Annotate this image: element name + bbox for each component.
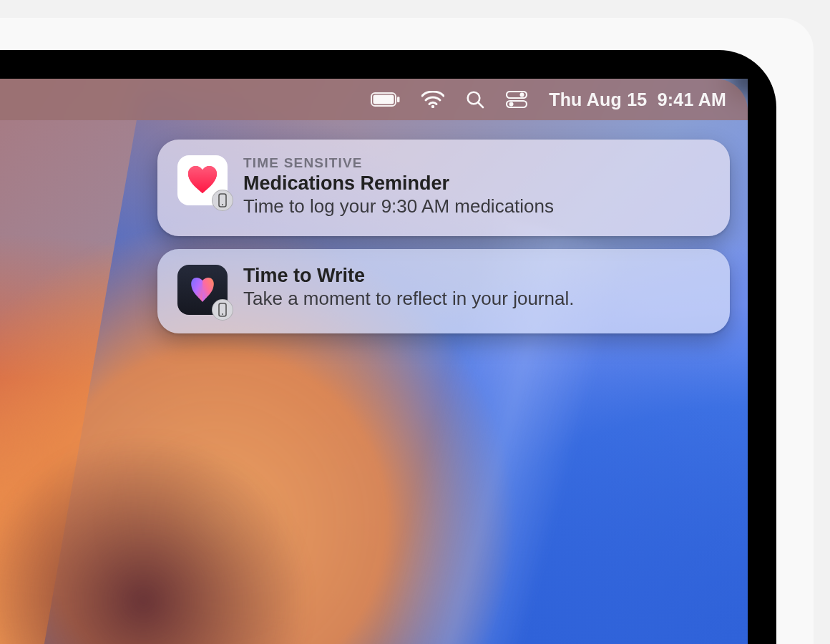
- search-icon[interactable]: [466, 90, 484, 109]
- menubar-clock[interactable]: Thu Aug 15 9:41 AM: [549, 89, 726, 110]
- control-center-icon[interactable]: [506, 91, 527, 108]
- notification-title: Medications Reminder: [243, 172, 710, 195]
- svg-rect-2: [397, 97, 400, 102]
- iphone-badge-icon: [212, 190, 233, 211]
- svg-point-9: [509, 102, 514, 107]
- svg-point-13: [222, 313, 223, 315]
- notification-stack: TIME SENSITIVE Medications Reminder Time…: [157, 140, 730, 333]
- notification-title: Time to Write: [243, 265, 710, 287]
- svg-point-11: [222, 204, 223, 205]
- notification-body: Take a moment to reflect in your journal…: [243, 288, 710, 310]
- svg-rect-1: [374, 95, 394, 104]
- svg-line-5: [479, 103, 484, 108]
- iphone-badge-icon: [212, 299, 233, 321]
- wifi-icon[interactable]: [421, 91, 444, 108]
- notification-body: Time to log your 9:30 AM medications: [243, 195, 710, 218]
- menubar: Thu Aug 15 9:41 AM: [0, 79, 748, 120]
- battery-icon[interactable]: [371, 92, 400, 107]
- notification-tag: TIME SENSITIVE: [243, 155, 710, 171]
- notification-medications[interactable]: TIME SENSITIVE Medications Reminder Time…: [157, 140, 730, 236]
- svg-point-3: [431, 105, 434, 108]
- svg-point-7: [520, 93, 524, 97]
- notification-journal[interactable]: Time to Write Take a moment to reflect i…: [157, 249, 730, 333]
